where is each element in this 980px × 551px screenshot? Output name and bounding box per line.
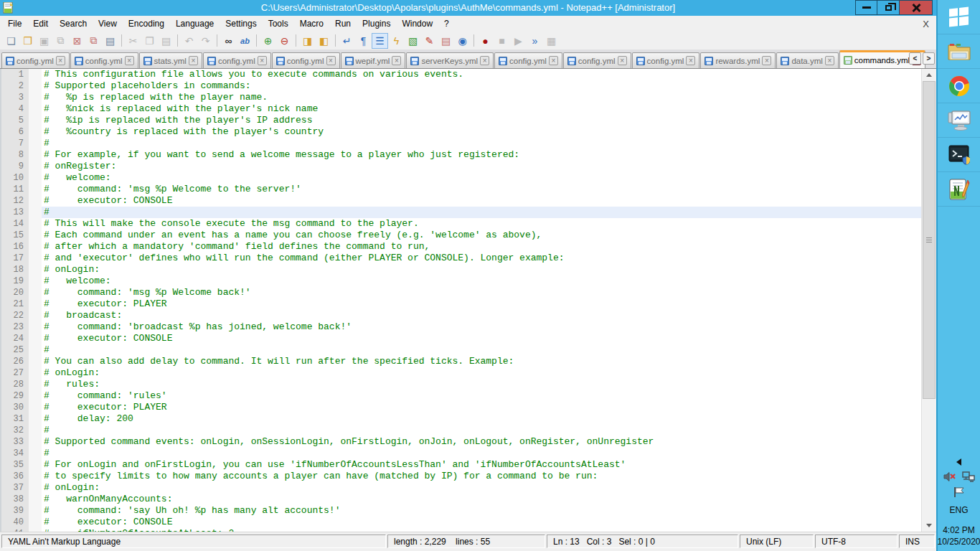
bookmark-margin[interactable] [29, 505, 42, 517]
menu-item[interactable]: View [93, 17, 123, 31]
title-bar[interactable]: C:\Users\Administrator\Desktop\Apolars\p… [0, 0, 936, 16]
bookmark-margin[interactable] [29, 115, 42, 126]
menu-item[interactable]: Encoding [123, 17, 170, 31]
bookmark-margin[interactable] [29, 138, 42, 149]
editor-line[interactable]: 1 # This configuration file allows you t… [1, 69, 921, 80]
editor-line[interactable]: 35 # For onLogin and onFirstLogin, you c… [1, 459, 921, 471]
editor-line[interactable]: 21 # executor: PLAYER [1, 298, 921, 310]
notepad-plus-plus-button[interactable] [938, 172, 980, 207]
vertical-scrollbar[interactable] [921, 69, 936, 532]
document-tab[interactable]: data.yml × [776, 52, 838, 68]
document-tab[interactable]: config.yml × [70, 52, 138, 68]
toolbar-button[interactable]: ▶ [510, 33, 527, 49]
editor-line[interactable]: 39 # command: 'say Uh oh! %p has many al… [1, 505, 921, 517]
scroll-up-button[interactable] [922, 69, 936, 81]
editor-line[interactable]: 3 # %p is replaced with the player name. [1, 92, 921, 103]
editor-line[interactable]: 8 # For example, if you want to send a w… [1, 149, 921, 161]
editor-line[interactable]: 31 # delay: 200 [1, 413, 921, 425]
network-icon[interactable] [962, 471, 975, 482]
status-eol-format[interactable]: Unix (LF) [740, 534, 814, 548]
editor-line[interactable]: 41 # ifNumberOfAccountsAtLeast: 2 [1, 528, 921, 532]
editor-line[interactable]: 2 # Supported placeholders in commands: [1, 80, 921, 92]
bookmark-margin[interactable] [29, 356, 42, 367]
tab-close-icon[interactable]: × [549, 56, 558, 65]
toolbar-button[interactable]: ✂ [125, 33, 141, 49]
editor-line[interactable]: 38 # warnOnManyAccounts: [1, 494, 921, 505]
admin-console-button[interactable] [938, 138, 980, 172]
toolbar-button[interactable] [214, 33, 220, 49]
editor-line[interactable]: 5 # %ip is replaced with the player's IP… [1, 115, 921, 126]
bookmark-margin[interactable] [29, 218, 42, 230]
toolbar-button[interactable] [471, 33, 477, 49]
bookmark-margin[interactable] [29, 184, 42, 195]
editor-line[interactable]: 29 # command: 'rules' [1, 390, 921, 402]
toolbar-button[interactable]: ⊖ [276, 33, 293, 49]
editor-line[interactable]: 34 # [1, 448, 921, 459]
bookmark-margin[interactable] [29, 253, 42, 264]
bookmark-margin[interactable] [29, 402, 42, 413]
editor-line[interactable]: 30 # executor: PLAYER [1, 402, 921, 413]
start-button[interactable] [938, 0, 980, 34]
editor-line[interactable]: 9 # onRegister: [1, 161, 921, 172]
editor-line[interactable]: 12 # executor: CONSOLE [1, 195, 921, 207]
scroll-down-button[interactable] [922, 519, 936, 532]
bookmark-margin[interactable] [29, 161, 42, 172]
tab-close-icon[interactable]: × [125, 56, 134, 65]
editor-line[interactable]: 14 # This will make the console execute … [1, 218, 921, 230]
toolbar-button[interactable]: ❏ [3, 33, 19, 49]
toolbar-button[interactable]: ▤ [102, 33, 118, 49]
menu-item[interactable]: Tools [263, 17, 294, 31]
editor-line[interactable]: 28 # rules: [1, 379, 921, 390]
bookmark-margin[interactable] [29, 80, 42, 92]
bookmark-margin[interactable] [29, 471, 42, 482]
clock-time[interactable]: 4:02 PM [943, 525, 975, 535]
editor-line[interactable]: 22 # broadcast: [1, 310, 921, 321]
editor-line[interactable]: 15 # Each command under an event has a n… [1, 230, 921, 241]
bookmark-margin[interactable] [29, 264, 42, 276]
tab-close-icon[interactable]: × [392, 56, 401, 65]
toolbar-button[interactable]: ❐ [141, 33, 158, 49]
action-center-flag-icon[interactable] [953, 486, 966, 498]
editor-line[interactable]: 20 # command: 'msg %p Welcome back!' [1, 287, 921, 298]
bookmark-margin[interactable] [29, 413, 42, 425]
document-tab[interactable]: config.yml × [563, 52, 631, 68]
bookmark-margin[interactable] [29, 149, 42, 161]
editor-line[interactable]: 40 # executor: CONSOLE [1, 517, 921, 528]
toolbar-button[interactable]: ● [477, 33, 494, 49]
menu-item[interactable]: Edit [27, 17, 54, 31]
bookmark-margin[interactable] [29, 207, 42, 218]
editor-line[interactable]: 37 # onLogin: [1, 482, 921, 494]
toolbar-button[interactable]: ⧉ [85, 33, 102, 49]
menubar-close-icon[interactable]: X [923, 19, 929, 29]
bookmark-margin[interactable] [29, 195, 42, 207]
document-tab[interactable]: config.yml × [494, 52, 562, 68]
tab-scroll-right-button[interactable]: > [923, 52, 935, 65]
bookmark-margin[interactable] [29, 172, 42, 184]
bookmark-margin[interactable] [29, 333, 42, 344]
document-tab[interactable]: stats.yml × [139, 52, 202, 68]
toolbar-button[interactable]: ϟ [388, 33, 405, 49]
toolbar-button[interactable]: ☰ [372, 33, 388, 49]
toolbar-button[interactable]: ❒ [19, 33, 36, 49]
bookmark-margin[interactable] [29, 367, 42, 379]
toolbar-button[interactable]: ◉ [454, 33, 471, 49]
volume-muted-icon[interactable] [943, 471, 956, 482]
tab-close-icon[interactable]: × [258, 56, 267, 65]
toolbar-button[interactable]: ¶ [355, 33, 372, 49]
bookmark-margin[interactable] [29, 298, 42, 310]
menu-item[interactable]: File [2, 17, 27, 31]
menu-item[interactable]: ? [438, 17, 455, 31]
editor-line[interactable]: 27 # onLogin: [1, 367, 921, 379]
bookmark-margin[interactable] [29, 344, 42, 356]
editor-area[interactable]: 1 # This configuration file allows you t… [0, 69, 936, 532]
tab-close-icon[interactable]: × [686, 56, 695, 65]
editor-line[interactable]: 10 # welcome: [1, 172, 921, 184]
editor-line[interactable]: 6 # %country is replaced with the player… [1, 126, 921, 138]
tab-close-icon[interactable]: × [56, 56, 65, 65]
bookmark-margin[interactable] [29, 528, 42, 532]
tab-close-icon[interactable]: × [618, 56, 627, 65]
toolbar-button[interactable]: ◧ [316, 33, 332, 49]
menu-item[interactable]: Run [329, 17, 357, 31]
toolbar-button[interactable] [332, 33, 339, 49]
toolbar-button[interactable]: ↶ [181, 33, 197, 49]
